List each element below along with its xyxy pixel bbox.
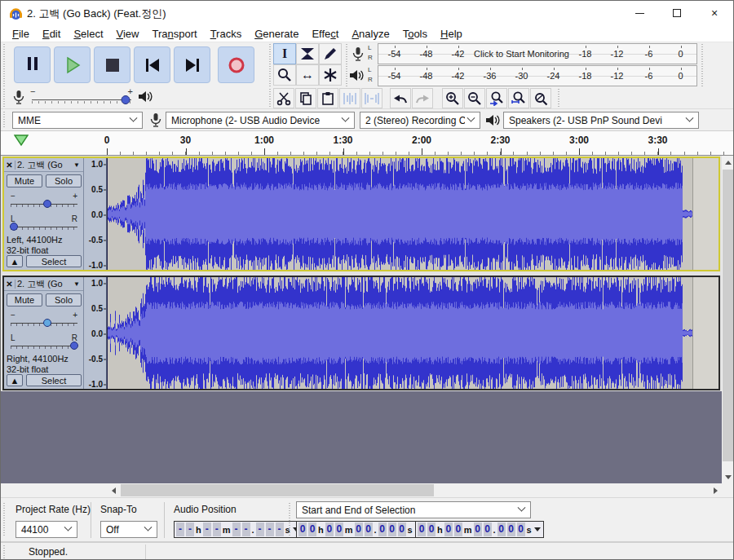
menu-item-tools[interactable]: Tools (396, 26, 434, 42)
menu-item-tracks[interactable]: Tracks (204, 26, 249, 42)
envelope-tool-button[interactable] (296, 43, 319, 64)
zoom-tool-button[interactable] (273, 64, 296, 86)
dropdown-arrow-icon[interactable] (534, 527, 541, 531)
copy-button[interactable] (295, 88, 316, 108)
mute-button[interactable]: Mute (7, 174, 42, 187)
collapse-button[interactable]: ▲ (7, 255, 23, 267)
horizontal-scrollbar-thumb[interactable] (121, 484, 434, 496)
track-right-waveform[interactable] (107, 277, 719, 389)
draw-tool-button[interactable] (319, 43, 342, 64)
scroll-left-button[interactable] (107, 483, 120, 497)
gain-thumb[interactable] (43, 200, 51, 208)
pause-button[interactable] (14, 46, 51, 83)
track-menu-caret-icon[interactable]: ▼ (73, 280, 83, 288)
track-right-control-panel: ✕ 2. 고백 (Go ▼ Mute Solo −+ LR Right, (4, 277, 84, 389)
mixer-grip[interactable] (2, 89, 7, 108)
track-right-vertical-ruler[interactable]: 1.0 0.5 0.0 -0.5 -1.0 (84, 277, 107, 389)
redo-button[interactable] (412, 88, 433, 108)
menu-item-view[interactable]: View (110, 26, 146, 42)
audio-position-field[interactable]: --h--m--.---s (174, 521, 303, 538)
skip-to-start-button[interactable] (134, 46, 170, 83)
menu-item-select[interactable]: Select (67, 26, 109, 42)
horizontal-scrollbar[interactable] (1, 483, 734, 498)
meter-right-grip[interactable] (701, 44, 705, 86)
selection-start-field[interactable]: 00h00m00.000s (296, 521, 425, 538)
minimize-button[interactable] (621, 1, 658, 25)
selection-end-field[interactable]: 00h00m00.000s (415, 521, 544, 538)
track-title[interactable]: 2. 고백 (Go (15, 278, 73, 290)
menu-item-edit[interactable]: Edit (36, 26, 67, 42)
timeline-pin-button[interactable] (14, 134, 29, 147)
pan-slider[interactable]: LR (11, 217, 77, 235)
selection-mode-select[interactable]: Start and End of Selection (296, 501, 531, 518)
recording-volume-slider[interactable]: −+ (30, 88, 133, 109)
title-bar[interactable]: 2. 고백 (Go Back) (Feat.정인) × (1, 1, 733, 25)
playback-device-select[interactable]: Speakers (2- USB PnP Sound Devi (503, 112, 699, 129)
skip-to-end-button[interactable] (174, 46, 210, 83)
pan-thumb[interactable] (10, 223, 18, 231)
selection-tool-button[interactable]: I (273, 43, 296, 64)
silence-audio-button[interactable] (361, 88, 382, 108)
gain-slider[interactable]: −+ (11, 194, 77, 212)
mute-button[interactable]: Mute (7, 293, 42, 306)
gain-thumb[interactable] (43, 319, 51, 327)
menu-item-analyze[interactable]: Analyze (345, 26, 396, 42)
tools-grip[interactable] (268, 44, 272, 86)
timeshift-tool-button[interactable]: ↔ (296, 64, 319, 86)
fit-project-button[interactable] (508, 88, 529, 108)
menu-item-generate[interactable]: Generate (248, 26, 305, 42)
gain-slider[interactable]: −+ (11, 313, 77, 331)
scroll-up-button[interactable] (722, 156, 734, 169)
playback-meter[interactable]: -54-48-42-36-30-24-18-12-60 (378, 65, 697, 86)
cut-button[interactable] (273, 88, 294, 108)
zoom-out-button[interactable] (464, 88, 485, 108)
menu-item-file[interactable]: File (6, 26, 36, 42)
pan-slider[interactable]: LR (11, 336, 77, 354)
recording-device-select[interactable]: Microphone (2- USB Audio Device (166, 112, 355, 129)
track-close-button[interactable]: ✕ (4, 161, 15, 170)
menu-item-help[interactable]: Help (434, 26, 469, 42)
select-button[interactable]: Select (26, 374, 82, 386)
select-button[interactable]: Select (26, 255, 82, 267)
transport-grip[interactable] (2, 44, 7, 86)
scroll-down-button[interactable] (722, 470, 734, 483)
track-close-button[interactable]: ✕ (4, 280, 15, 289)
recording-meter[interactable]: -54-48-42Click to Start Monitoring-18-12… (378, 43, 697, 64)
recording-volume-thumb[interactable] (122, 95, 130, 104)
edit-right-grip[interactable] (557, 89, 561, 108)
zoom-in-button[interactable] (442, 88, 463, 108)
solo-button[interactable]: Solo (46, 174, 82, 187)
track-left-vertical-ruler[interactable]: 1.0 0.5 0.0 -0.5 -1.0 (84, 158, 107, 270)
device-grip[interactable] (2, 112, 7, 129)
selbar-grip[interactable] (2, 503, 7, 537)
trim-audio-button[interactable] (339, 88, 360, 108)
vertical-scrollbar[interactable] (722, 156, 734, 483)
timeline-ruler[interactable]: 0301:001:302:002:303:003:30 (1, 131, 733, 156)
track-title[interactable]: 2. 고백 (Go (15, 159, 73, 171)
track-menu-caret-icon[interactable]: ▼ (73, 161, 83, 169)
vertical-scrollbar-thumb[interactable] (723, 170, 734, 461)
paste-button[interactable] (317, 88, 338, 108)
project-rate-select[interactable]: 44100 (15, 521, 77, 538)
pan-thumb[interactable] (70, 342, 78, 350)
record-button[interactable] (218, 46, 254, 83)
edit-grip[interactable] (268, 89, 272, 108)
collapse-button[interactable]: ▲ (7, 374, 23, 386)
track-left-waveform[interactable] (107, 158, 719, 270)
fit-selection-button[interactable] (486, 88, 507, 108)
close-button[interactable]: × (696, 1, 733, 25)
maximize-button[interactable] (658, 1, 696, 25)
zoom-toggle-button[interactable] (530, 88, 551, 108)
menu-item-transport[interactable]: Transport (145, 26, 203, 42)
audio-host-select[interactable]: MME (12, 112, 143, 129)
multi-tool-button[interactable] (319, 64, 342, 86)
stop-button[interactable] (94, 46, 130, 83)
undo-button[interactable] (390, 88, 411, 108)
scroll-right-button[interactable] (709, 483, 722, 497)
recording-channels-select[interactable]: 2 (Stereo) Recording Chan (360, 112, 480, 129)
menu-item-effect[interactable]: Effect (305, 26, 345, 42)
snap-to-select[interactable]: Off (100, 521, 157, 538)
play-button[interactable] (54, 46, 91, 83)
selection-grip[interactable] (288, 503, 292, 537)
solo-button[interactable]: Solo (46, 293, 82, 306)
